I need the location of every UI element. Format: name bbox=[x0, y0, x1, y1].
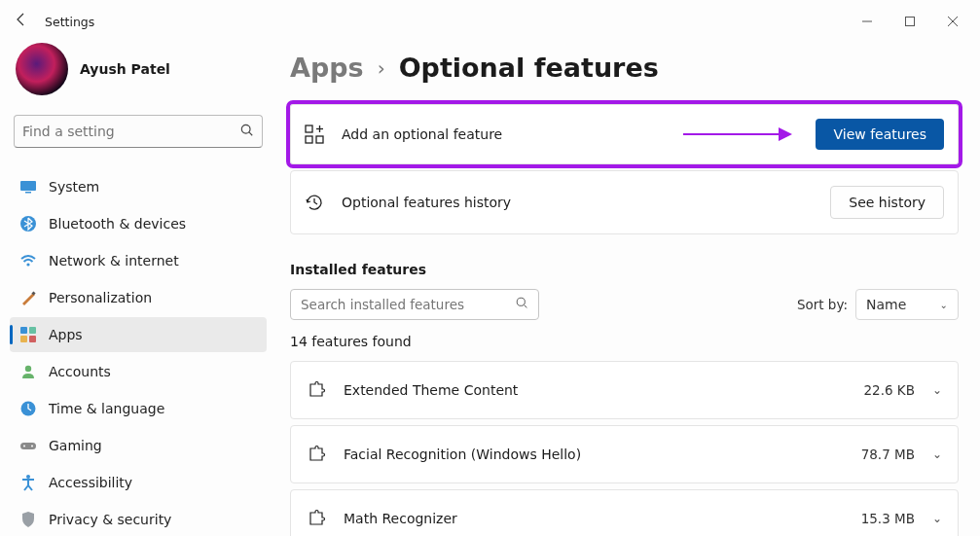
svg-rect-12 bbox=[29, 327, 36, 334]
svg-point-18 bbox=[23, 446, 25, 447]
svg-point-19 bbox=[31, 446, 33, 447]
search-icon bbox=[240, 124, 254, 140]
search-icon bbox=[516, 297, 528, 312]
sidebar-item-label: Gaming bbox=[49, 438, 102, 453]
svg-rect-11 bbox=[20, 327, 27, 334]
sidebar-item-accounts[interactable]: Accounts bbox=[10, 354, 267, 389]
sidebar-item-label: Network & internet bbox=[49, 253, 179, 268]
puzzle-icon bbox=[307, 380, 344, 400]
accessibility-icon bbox=[19, 474, 49, 491]
svg-point-9 bbox=[26, 263, 29, 266]
installed-section-title: Installed features bbox=[290, 262, 959, 277]
feature-row[interactable]: Math Recognizer 15.3 MB ⌄ bbox=[290, 489, 959, 536]
breadcrumb-parent[interactable]: Apps bbox=[290, 53, 364, 83]
titlebar: Settings bbox=[0, 0, 980, 43]
installed-toolbar: Sort by: Name ⌄ bbox=[290, 289, 959, 320]
back-button[interactable] bbox=[6, 12, 37, 31]
apps-icon bbox=[19, 326, 49, 343]
history-label: Optional features history bbox=[342, 195, 830, 210]
history-icon bbox=[305, 193, 342, 212]
svg-rect-14 bbox=[29, 336, 36, 342]
system-icon bbox=[19, 178, 49, 196]
add-feature-label: Add an optional feature bbox=[342, 126, 683, 142]
main-content: Apps › Optional features Add an optional… bbox=[276, 43, 980, 536]
chevron-down-icon: ⌄ bbox=[932, 512, 942, 525]
chevron-down-icon: ⌄ bbox=[932, 447, 942, 461]
svg-rect-23 bbox=[316, 136, 323, 143]
page-title: Optional features bbox=[399, 53, 659, 83]
sidebar-item-label: System bbox=[49, 179, 99, 195]
sidebar-item-label: Apps bbox=[49, 327, 83, 342]
breadcrumb: Apps › Optional features bbox=[290, 53, 959, 83]
accounts-icon bbox=[19, 363, 49, 380]
feature-row[interactable]: Extended Theme Content 22.6 KB ⌄ bbox=[290, 361, 959, 419]
view-features-button[interactable]: View features bbox=[816, 119, 944, 150]
bluetooth-icon bbox=[19, 215, 49, 232]
annotation-arrow-icon bbox=[683, 133, 790, 135]
sidebar-item-time-language[interactable]: Time & language bbox=[10, 391, 267, 426]
svg-rect-21 bbox=[306, 125, 312, 132]
svg-rect-13 bbox=[20, 336, 27, 342]
sidebar-item-label: Time & language bbox=[49, 401, 164, 416]
maximize-button[interactable] bbox=[889, 6, 931, 37]
installed-search[interactable] bbox=[290, 289, 539, 320]
sidebar-item-privacy[interactable]: Privacy & security bbox=[10, 502, 267, 536]
svg-line-27 bbox=[525, 305, 527, 308]
sidebar-item-accessibility[interactable]: Accessibility bbox=[10, 465, 267, 500]
svg-rect-1 bbox=[906, 18, 915, 26]
puzzle-icon bbox=[307, 509, 344, 528]
sidebar-item-label: Bluetooth & devices bbox=[49, 216, 186, 232]
svg-point-4 bbox=[241, 125, 250, 133]
add-feature-card: Add an optional feature View features bbox=[290, 104, 959, 164]
avatar bbox=[16, 43, 68, 95]
window-title: Settings bbox=[45, 15, 94, 29]
close-button[interactable] bbox=[931, 6, 974, 37]
sidebar: Ayush Patel System Bluetooth & devices N… bbox=[0, 43, 276, 536]
svg-rect-17 bbox=[20, 443, 36, 449]
add-grid-icon bbox=[305, 125, 342, 144]
sort-select[interactable]: Name ⌄ bbox=[855, 289, 959, 320]
svg-rect-7 bbox=[25, 192, 31, 194]
history-card: Optional features history See history bbox=[290, 170, 959, 234]
chevron-down-icon: ⌄ bbox=[932, 383, 942, 397]
feature-size: 15.3 MB bbox=[861, 511, 915, 526]
sidebar-item-network[interactable]: Network & internet bbox=[10, 243, 267, 278]
wifi-icon bbox=[19, 252, 49, 269]
settings-search-input[interactable] bbox=[22, 124, 240, 139]
sort-value: Name bbox=[866, 297, 906, 312]
feature-size: 78.7 MB bbox=[861, 447, 915, 462]
chevron-down-icon: ⌄ bbox=[940, 300, 948, 310]
sidebar-item-gaming[interactable]: Gaming bbox=[10, 428, 267, 463]
see-history-button[interactable]: See history bbox=[830, 186, 944, 219]
chevron-right-icon: › bbox=[378, 56, 385, 80]
sort-label: Sort by: bbox=[797, 297, 848, 312]
installed-search-input[interactable] bbox=[301, 297, 516, 312]
sidebar-item-system[interactable]: System bbox=[10, 169, 267, 204]
sidebar-item-bluetooth[interactable]: Bluetooth & devices bbox=[10, 206, 267, 241]
settings-search[interactable] bbox=[14, 115, 263, 148]
feature-name: Facial Recognition (Windows Hello) bbox=[344, 447, 861, 462]
puzzle-icon bbox=[307, 445, 344, 464]
sidebar-item-label: Privacy & security bbox=[49, 512, 171, 527]
feature-size: 22.6 KB bbox=[863, 382, 914, 398]
svg-rect-22 bbox=[306, 136, 312, 143]
sidebar-item-apps[interactable]: Apps bbox=[10, 317, 267, 352]
gamepad-icon bbox=[19, 437, 49, 454]
brush-icon bbox=[19, 289, 49, 306]
minimize-button[interactable] bbox=[846, 6, 889, 37]
sidebar-item-personalization[interactable]: Personalization bbox=[10, 280, 267, 315]
sidebar-item-label: Accounts bbox=[49, 364, 111, 379]
svg-point-20 bbox=[26, 475, 30, 479]
svg-point-15 bbox=[25, 366, 31, 372]
feature-row[interactable]: Facial Recognition (Windows Hello) 78.7 … bbox=[290, 425, 959, 483]
globe-clock-icon bbox=[19, 400, 49, 417]
sidebar-item-label: Personalization bbox=[49, 290, 152, 305]
profile-name: Ayush Patel bbox=[80, 61, 170, 77]
svg-point-26 bbox=[517, 298, 525, 305]
feature-name: Math Recognizer bbox=[344, 511, 861, 526]
svg-line-5 bbox=[249, 132, 252, 135]
shield-icon bbox=[19, 511, 49, 528]
sidebar-item-label: Accessibility bbox=[49, 475, 132, 490]
results-count: 14 features found bbox=[290, 334, 959, 349]
profile-block[interactable]: Ayush Patel bbox=[10, 43, 267, 109]
